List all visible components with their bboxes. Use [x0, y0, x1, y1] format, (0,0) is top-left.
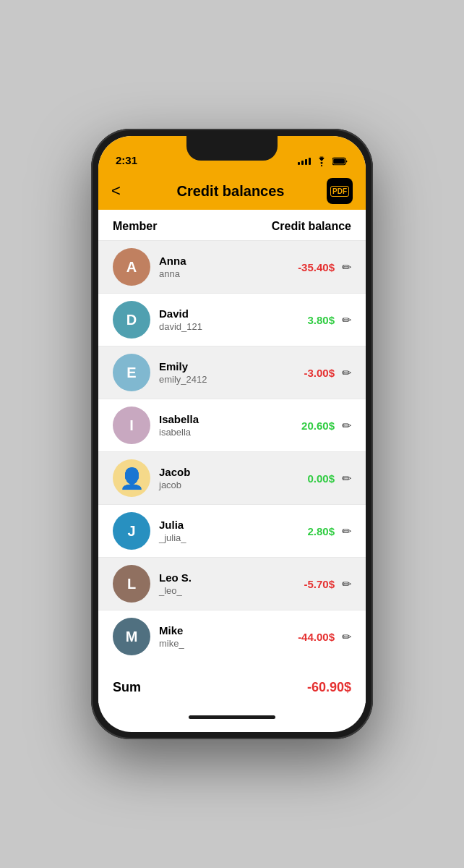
- member-username: mike_: [159, 638, 284, 649]
- avatar: 👤: [113, 459, 150, 497]
- balance-area: 0.00$ ✏: [284, 472, 351, 485]
- member-info: David david_121: [159, 307, 284, 332]
- member-info: Leo S. _leo_: [159, 571, 284, 596]
- balance-area: -3.00$ ✏: [284, 366, 351, 380]
- member-info: Emily emily_2412: [159, 360, 284, 385]
- edit-icon[interactable]: ✏: [342, 366, 351, 380]
- balance-value: -3.00$: [284, 367, 335, 379]
- phone-screen: 2:31 < Credit ba: [98, 136, 366, 732]
- avatar: J: [113, 512, 150, 550]
- balance-area: -5.70$ ✏: [284, 577, 351, 591]
- table-row: A Anna anna -35.40$ ✏: [98, 240, 366, 293]
- member-name: Leo S.: [159, 571, 284, 584]
- avatar: I: [113, 407, 150, 444]
- wifi-icon: [315, 156, 328, 166]
- balance-value: -35.40$: [284, 261, 335, 273]
- member-name: Jacob: [159, 466, 284, 478]
- edit-icon[interactable]: ✏: [342, 524, 351, 538]
- balance-value: -44.00$: [284, 631, 335, 643]
- member-info: Jacob jacob: [159, 466, 284, 490]
- edit-icon[interactable]: ✏: [342, 419, 351, 433]
- member-name: Mike: [159, 624, 284, 637]
- member-name: Emily: [159, 360, 284, 373]
- pdf-button[interactable]: PDF: [327, 178, 353, 204]
- avatar: E: [113, 354, 150, 391]
- member-username: _leo_: [159, 585, 284, 596]
- member-name: Anna: [159, 255, 284, 267]
- member-username: anna: [159, 268, 284, 279]
- member-info: Anna anna: [159, 255, 284, 279]
- content-area: Member Credit balance A Anna anna -35.40…: [98, 210, 366, 703]
- member-username: david_121: [159, 321, 284, 332]
- member-name: Julia: [159, 519, 284, 531]
- balance-value: 3.80$: [284, 314, 335, 326]
- table-row: I Isabella isabella 20.60$ ✏: [98, 399, 366, 451]
- battery-icon: [332, 157, 348, 166]
- edit-icon[interactable]: ✏: [342, 472, 351, 485]
- table-row: M Mike mike_ -44.00$ ✏: [98, 610, 366, 663]
- status-time: 2:31: [116, 154, 137, 166]
- status-icons: [298, 156, 348, 166]
- balance-value: 0.00$: [284, 472, 335, 485]
- page-title: Credit balances: [177, 183, 285, 200]
- svg-point-0: [321, 165, 322, 166]
- edit-icon[interactable]: ✏: [342, 630, 351, 644]
- member-username: _julia_: [159, 532, 284, 543]
- table-row: E Emily emily_2412 -3.00$ ✏: [98, 346, 366, 399]
- sum-row: Sum -60.90$: [98, 665, 366, 703]
- edit-icon[interactable]: ✏: [342, 577, 351, 591]
- svg-rect-2: [333, 158, 345, 163]
- member-name: David: [159, 307, 284, 320]
- avatar: D: [113, 301, 150, 339]
- balance-area: 2.80$ ✏: [284, 524, 351, 538]
- phone-frame: 2:31 < Credit ba: [91, 129, 373, 739]
- sum-value: -60.90$: [307, 680, 351, 695]
- balance-area: 3.80$ ✏: [284, 313, 351, 327]
- back-button[interactable]: <: [111, 182, 134, 200]
- notch: [186, 136, 278, 161]
- member-name: Isabella: [159, 413, 284, 425]
- balance-column-header: Credit balance: [272, 220, 351, 233]
- balance-area: 20.60$ ✏: [284, 419, 351, 433]
- pdf-label: PDF: [330, 186, 349, 197]
- balance-area: -35.40$ ✏: [284, 260, 351, 274]
- table-row: J Julia _julia_ 2.80$ ✏: [98, 504, 366, 557]
- avatar: A: [113, 248, 150, 286]
- sum-label: Sum: [113, 680, 141, 695]
- member-username: emily_2412: [159, 374, 284, 385]
- balance-value: 20.60$: [284, 420, 335, 432]
- edit-icon[interactable]: ✏: [342, 260, 351, 274]
- column-headers: Member Credit balance: [98, 210, 366, 240]
- member-info: Mike mike_: [159, 624, 284, 649]
- signal-icon: [298, 158, 311, 165]
- table-row: 👤 Jacob jacob 0.00$ ✏: [98, 451, 366, 504]
- member-info: Isabella isabella: [159, 413, 284, 438]
- avatar: M: [113, 618, 150, 655]
- balance-area: -44.00$ ✏: [284, 630, 351, 644]
- member-info: Julia _julia_: [159, 519, 284, 543]
- balance-value: 2.80$: [284, 525, 335, 537]
- edit-icon[interactable]: ✏: [342, 313, 351, 327]
- member-column-header: Member: [113, 220, 157, 233]
- member-username: isabella: [159, 427, 284, 438]
- balance-value: -5.70$: [284, 578, 335, 590]
- member-username: jacob: [159, 480, 284, 490]
- table-row: D David david_121 3.80$ ✏: [98, 293, 366, 346]
- member-list: A Anna anna -35.40$ ✏ D David david_121 …: [98, 240, 366, 663]
- app-header: < Credit balances PDF: [98, 172, 366, 210]
- avatar: L: [113, 565, 150, 603]
- table-row: L Leo S. _leo_ -5.70$ ✏: [98, 557, 366, 610]
- home-indicator: [189, 715, 275, 719]
